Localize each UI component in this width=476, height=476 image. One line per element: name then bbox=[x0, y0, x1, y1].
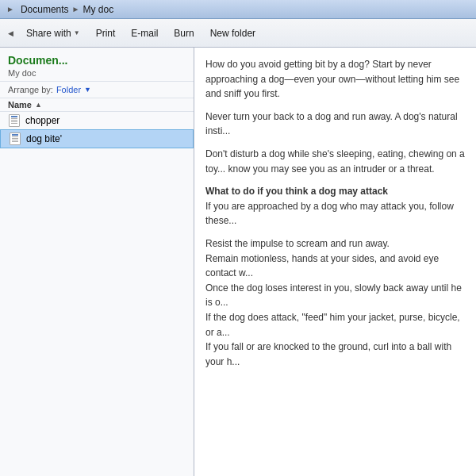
content-paragraph-1: How do you avoid getting bit by a dog? S… bbox=[205, 57, 465, 102]
new-folder-label: New folder bbox=[210, 28, 255, 39]
burn-label: Burn bbox=[174, 28, 194, 39]
right-panel: How do you avoid getting bit by a dog? S… bbox=[194, 48, 476, 476]
breadcrumb-separator: ► bbox=[72, 5, 80, 13]
arrange-chevron-icon[interactable]: ▼ bbox=[84, 86, 91, 94]
new-folder-button[interactable]: New folder bbox=[203, 25, 263, 42]
content-paragraph-3: Don't disturb a dog while she's sleeping… bbox=[205, 147, 465, 176]
column-header: Name ▲ bbox=[0, 98, 194, 112]
arrange-value[interactable]: Folder bbox=[56, 85, 81, 94]
left-panel: Documen... My doc Arrange by: Folder ▼ N… bbox=[0, 48, 194, 476]
folder-title: Documen... bbox=[8, 54, 186, 67]
sort-arrow-icon: ▲ bbox=[35, 101, 42, 109]
toolbar: ◀ Share with ▼ Print E-mail Burn New fol… bbox=[0, 19, 476, 48]
toolbar-back-button[interactable]: ◀ bbox=[3, 26, 17, 40]
arrange-bar: Arrange by: Folder ▼ bbox=[0, 82, 194, 98]
file-name-chopper: chopper bbox=[25, 115, 60, 126]
breadcrumb-back-icon[interactable]: ► bbox=[6, 5, 14, 13]
folder-header: Documen... My doc bbox=[0, 48, 194, 82]
title-bar: ► Documents ► My doc bbox=[0, 0, 476, 19]
email-label: E-mail bbox=[131, 28, 158, 39]
file-name-dogbite: dog bite' bbox=[26, 133, 62, 144]
list-item[interactable]: chopper bbox=[0, 112, 194, 129]
print-button[interactable]: Print bbox=[89, 25, 123, 42]
file-icon-chopper bbox=[8, 114, 21, 127]
share-with-label: Share with bbox=[26, 28, 71, 39]
breadcrumb: ► Documents ► My doc bbox=[6, 4, 113, 15]
name-column-label: Name bbox=[8, 100, 32, 109]
print-label: Print bbox=[96, 28, 116, 39]
main-container: Documen... My doc Arrange by: Folder ▼ N… bbox=[0, 48, 476, 476]
share-with-arrow-icon: ▼ bbox=[74, 29, 80, 36]
file-list: chopper dog bite' bbox=[0, 112, 194, 476]
content-heading: What to do if you think a dog may attack… bbox=[205, 184, 465, 228]
content-paragraph-4: Resist the impulse to scream and run awa… bbox=[205, 236, 465, 369]
file-icon-dogbite bbox=[9, 132, 21, 145]
content-paragraph-2: Never turn your back to a dog and run aw… bbox=[205, 109, 465, 139]
folder-subtitle: My doc bbox=[8, 68, 186, 78]
breadcrumb-mydoc[interactable]: My doc bbox=[83, 4, 114, 15]
back-arrow-icon: ◀ bbox=[8, 29, 13, 37]
breadcrumb-documents[interactable]: Documents bbox=[21, 4, 69, 15]
list-item[interactable]: dog bite' bbox=[0, 129, 194, 148]
burn-button[interactable]: Burn bbox=[167, 25, 201, 42]
share-with-button[interactable]: Share with ▼ bbox=[19, 25, 87, 42]
arrange-label: Arrange by: bbox=[8, 85, 53, 94]
email-button[interactable]: E-mail bbox=[124, 25, 165, 42]
